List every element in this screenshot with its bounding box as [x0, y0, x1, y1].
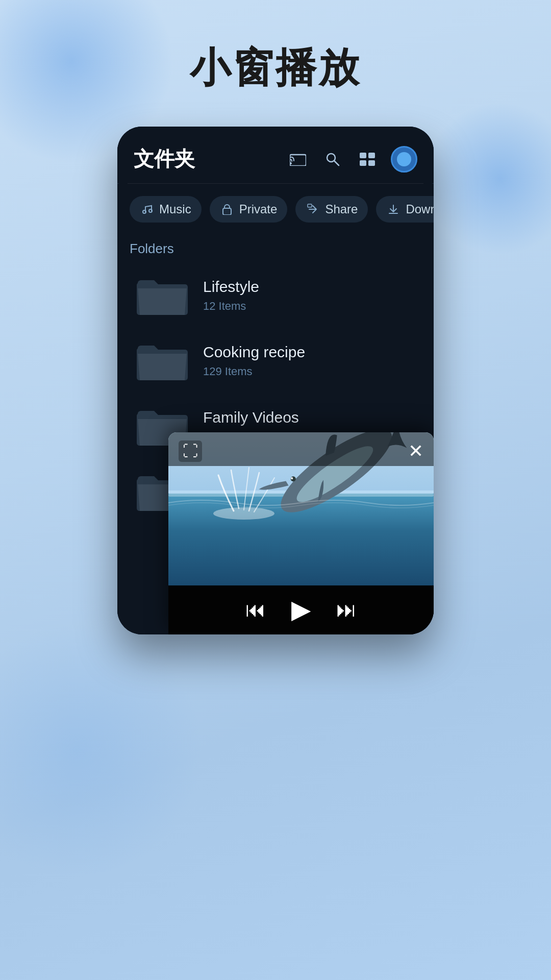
svg-rect-5: [368, 153, 375, 158]
tab-music[interactable]: Music: [130, 196, 202, 223]
share-icon: [306, 202, 320, 216]
svg-point-8: [143, 210, 146, 213]
cast-icon[interactable]: [287, 148, 309, 170]
mini-player-header: ⛶ ✕: [168, 432, 434, 466]
folder-count-lifestyle: 12 Items: [203, 300, 259, 313]
player-controls: ⏮ ▶ ⏭: [168, 585, 434, 634]
play-button[interactable]: ▶: [291, 595, 311, 624]
private-tab-label: Private: [239, 202, 278, 216]
folder-icon-lifestyle: [134, 273, 191, 318]
tab-downloads[interactable]: Downloads: [376, 196, 434, 223]
download-icon: [386, 202, 400, 216]
next-button[interactable]: ⏭: [336, 598, 357, 621]
folder-info-lifestyle: Lifestyle 12 Items: [203, 278, 259, 313]
music-tab-label: Music: [159, 202, 191, 216]
section-title: Folders: [130, 241, 421, 257]
share-tab-label: Share: [325, 202, 358, 216]
folder-count-cooking: 129 Items: [203, 365, 305, 378]
folder-name-lifestyle: Lifestyle: [203, 278, 259, 296]
svg-rect-4: [360, 153, 366, 158]
avatar[interactable]: [391, 146, 417, 173]
tab-private[interactable]: Private: [210, 196, 288, 223]
svg-line-3: [334, 161, 339, 165]
downloads-tab-label: Downloads: [406, 202, 434, 216]
prev-button[interactable]: ⏮: [245, 598, 266, 621]
tab-share[interactable]: Share: [295, 196, 368, 223]
page-title: 小窗播放: [190, 41, 361, 96]
search-icon[interactable]: [321, 148, 344, 170]
svg-point-9: [149, 209, 152, 212]
layout-icon[interactable]: [356, 148, 379, 170]
mini-player: ⛶ ✕: [168, 432, 434, 634]
folder-name-cooking: Cooking recipe: [203, 344, 305, 361]
close-button[interactable]: ✕: [408, 442, 423, 460]
svg-rect-11: [308, 204, 312, 207]
folder-item-lifestyle[interactable]: Lifestyle 12 Items: [130, 263, 421, 328]
expand-button[interactable]: ⛶: [179, 440, 202, 462]
folder-icon-cooking: [134, 338, 191, 383]
svg-point-1: [290, 162, 292, 164]
lock-icon: [220, 202, 234, 216]
folder-info-cooking: Cooking recipe 129 Items: [203, 344, 305, 378]
phone-mockup: 文件夹: [117, 127, 434, 634]
svg-rect-0: [290, 155, 306, 166]
folder-item-cooking[interactable]: Cooking recipe 129 Items: [130, 328, 421, 394]
folder-name-family: Family Videos: [203, 409, 299, 426]
svg-rect-10: [223, 208, 231, 215]
music-icon: [140, 202, 154, 216]
category-tabs: Music Private Share: [117, 184, 434, 227]
app-title: 文件夹: [134, 145, 195, 173]
app-header: 文件夹: [117, 127, 434, 183]
svg-rect-6: [360, 160, 366, 166]
svg-rect-7: [368, 160, 375, 166]
header-icons: [287, 146, 417, 173]
